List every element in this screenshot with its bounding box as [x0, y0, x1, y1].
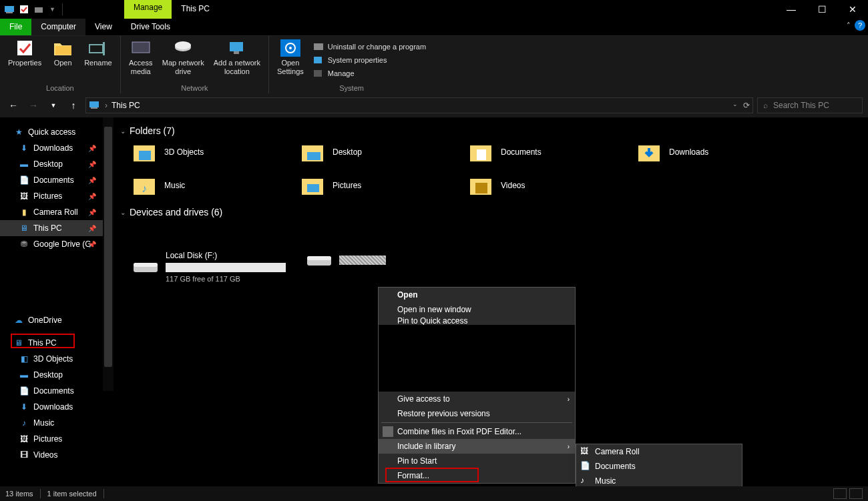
sidebar-3d-objects[interactable]: ◧3D Objects — [0, 351, 114, 367]
system-properties-button[interactable]: System properties — [313, 55, 426, 65]
status-bar: 13 items 1 item selected — [0, 486, 868, 501]
rename-button[interactable]: Rename — [80, 37, 116, 83]
open-settings-button[interactable]: Open Settings — [273, 37, 308, 83]
this-pc-icon — [89, 99, 101, 111]
drive-local-f[interactable]: Local Disk (F:) 117 GB free of 117 GB — [132, 251, 292, 283]
drive-tools-tab[interactable]: Drive Tools — [122, 19, 180, 35]
download-icon: ⬇ — [19, 143, 29, 153]
ctx-format[interactable]: Format... — [379, 468, 575, 483]
address-text[interactable]: This PC — [112, 101, 140, 110]
recent-dropdown[interactable]: ▼ — [45, 97, 61, 113]
collapse-ribbon-icon[interactable]: ˄ — [847, 21, 851, 30]
sidebar-downloads-2[interactable]: ⬇Downloads — [0, 399, 114, 415]
sidebar-this-pc-quick[interactable]: 🖥This PC📌 — [0, 220, 114, 236]
maximize-button[interactable]: ☐ — [807, 0, 837, 19]
sidebar-google-drive[interactable]: ⛃Google Drive (G📌 — [0, 236, 114, 252]
separator — [62, 3, 63, 15]
details-view-button[interactable] — [833, 488, 847, 499]
sub-camera-roll[interactable]: 🖼Camera Roll — [576, 444, 742, 459]
svg-rect-11 — [230, 42, 243, 51]
sidebar-this-pc[interactable]: 🖥This PC — [0, 335, 114, 351]
folder-downloads[interactable]: Downloads — [637, 140, 805, 164]
separator — [103, 489, 104, 498]
folder-pictures[interactable]: Pictures — [300, 173, 469, 197]
ctx-foxit-combine[interactable]: Combine files in Foxit PDF Editor... — [379, 424, 575, 439]
document-icon: 📄 — [580, 461, 591, 472]
cube-icon: ◧ — [19, 354, 29, 364]
file-tab[interactable]: File — [0, 19, 31, 35]
view-tab[interactable]: View — [85, 19, 122, 35]
manage-tab[interactable]: Manage — [124, 0, 172, 19]
svg-rect-16 — [314, 43, 323, 50]
sidebar-camera-roll[interactable]: ▮Camera Roll📌 — [0, 204, 114, 220]
drive-capacity-bar — [339, 256, 386, 265]
sidebar-documents[interactable]: 📄Documents📌 — [0, 172, 114, 188]
open-button[interactable]: Open — [47, 37, 79, 83]
ctx-include-library[interactable]: Include in library› — [379, 439, 575, 454]
sidebar-videos[interactable]: 🎞Videos — [0, 447, 114, 463]
status-selected-count: 1 item selected — [47, 490, 97, 498]
manage-button[interactable]: Manage — [313, 68, 426, 79]
back-button[interactable]: ← — [5, 97, 21, 113]
folder-music[interactable]: ♪Music — [132, 173, 300, 197]
folders-header[interactable]: ⌄Folders (7) — [120, 125, 861, 136]
uninstall-program-button[interactable]: Uninstall or change a program — [313, 41, 426, 52]
large-icons-view-button[interactable] — [849, 488, 863, 499]
help-icon[interactable]: ? — [855, 20, 865, 31]
search-box[interactable]: ⌕ Search This PC — [757, 97, 863, 113]
ctx-give-access[interactable]: Give access to› — [379, 392, 575, 406]
refresh-icon[interactable]: ⟳ — [743, 101, 750, 110]
svg-rect-5 — [55, 46, 71, 55]
qat-newfolder-icon[interactable] — [33, 4, 44, 15]
sidebar-downloads[interactable]: ⬇Downloads📌 — [0, 140, 114, 156]
drive-selected[interactable] — [306, 251, 393, 270]
computer-tab[interactable]: Computer — [31, 19, 85, 35]
add-network-location-button[interactable]: Add a network location — [210, 37, 264, 83]
sidebar-desktop-2[interactable]: ▬Desktop — [0, 367, 114, 383]
folder-3d-objects[interactable]: 3D Objects — [132, 140, 300, 164]
folder-videos[interactable]: Videos — [469, 173, 637, 197]
address-bar[interactable]: › This PC ⌄ ⟳ — [85, 97, 753, 113]
ctx-pin-start[interactable]: Pin to Start — [379, 454, 575, 468]
map-network-drive-button[interactable]: Map network drive — [158, 37, 208, 83]
folder-desktop[interactable]: Desktop — [300, 140, 469, 164]
folder-documents[interactable]: Documents — [469, 140, 637, 164]
close-button[interactable]: ✕ — [837, 0, 868, 19]
pin-icon: 📌 — [88, 241, 96, 248]
sidebar-documents-2[interactable]: 📄Documents — [0, 383, 114, 399]
location-group-label: Location — [4, 83, 116, 93]
ctx-restore-versions[interactable]: Restore previous versions — [379, 406, 575, 421]
access-media-button[interactable]: Access media — [125, 37, 157, 83]
forward-button[interactable]: → — [25, 97, 41, 113]
video-icon: 🎞 — [19, 450, 29, 460]
address-dropdown-icon[interactable]: ⌄ — [732, 101, 738, 110]
minimize-button[interactable]: — — [776, 0, 807, 19]
folder-icon: ▮ — [19, 207, 29, 217]
star-icon: ★ — [13, 127, 24, 137]
qat-properties-icon[interactable] — [19, 4, 29, 15]
sidebar-quick-access[interactable]: ★Quick access — [0, 124, 114, 140]
ribbon: Properties Open Rename Location Access m… — [0, 36, 868, 93]
context-menu: Open Open in new window Pin to Quick acc… — [378, 287, 576, 484]
sidebar-onedrive[interactable]: ☁OneDrive — [0, 312, 114, 328]
properties-button[interactable]: Properties — [4, 37, 45, 83]
sidebar-pictures[interactable]: 🖼Pictures📌 — [0, 188, 114, 204]
drives-header[interactable]: ⌄Devices and drives (6) — [120, 207, 861, 217]
separator — [381, 422, 572, 423]
ctx-open[interactable]: Open — [379, 288, 575, 302]
navigation-pane: ★Quick access ⬇Downloads📌 ▬Desktop📌 📄Doc… — [0, 117, 114, 486]
breadcrumb-chevron-icon[interactable]: › — [105, 101, 107, 110]
up-button[interactable]: ↑ — [65, 97, 81, 113]
sidebar-desktop[interactable]: ▬Desktop📌 — [0, 156, 114, 172]
sidebar-scrollbar[interactable] — [103, 117, 114, 391]
sub-documents[interactable]: 📄Documents — [576, 459, 742, 474]
svg-rect-7 — [103, 42, 105, 55]
system-group-label: System — [273, 83, 430, 93]
sidebar-pictures-2[interactable]: 🖼Pictures — [0, 431, 114, 447]
svg-rect-3 — [35, 7, 43, 13]
ctx-pin-quick-access[interactable]: Pin to Quick access — [379, 317, 575, 325]
qat-dropdown-icon[interactable]: ▼ — [49, 6, 55, 13]
sidebar-music[interactable]: ♪Music — [0, 415, 114, 431]
ctx-open-new-window[interactable]: Open in new window — [379, 302, 575, 317]
svg-point-10 — [175, 41, 191, 49]
